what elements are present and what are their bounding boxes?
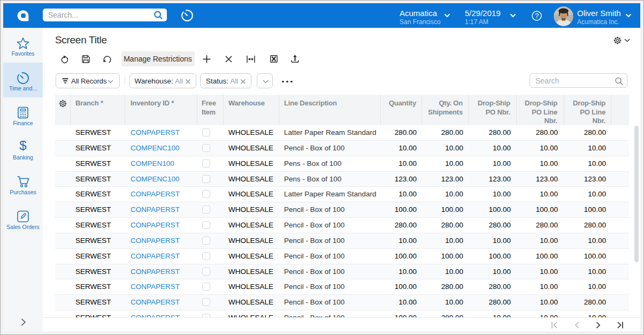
- svg-text:?: ?: [535, 12, 539, 20]
